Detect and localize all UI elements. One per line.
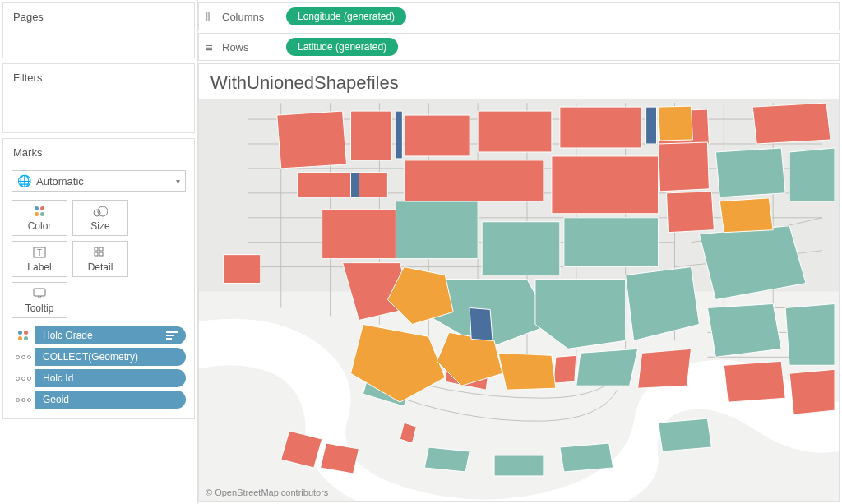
svg-marker-37 xyxy=(298,173,388,197)
label-button[interactable]: T Label xyxy=(12,241,67,277)
svg-marker-14 xyxy=(396,201,478,259)
svg-rect-6 xyxy=(95,252,98,256)
tooltip-icon xyxy=(33,286,46,301)
mark-pill-holc-grade[interactable]: Holc Grade xyxy=(12,326,186,344)
marks-buttons: Color Size T Label Detail Tooltip xyxy=(3,200,194,323)
marks-card: Marks 🌐 Automatic ▾ Color Size T Label D… xyxy=(2,138,195,419)
map-attribution: © OpenStreetMap contributors xyxy=(206,488,328,497)
svg-marker-24 xyxy=(785,303,835,365)
rows-shelf[interactable]: ≡ Rows Latitude (generated) xyxy=(198,33,840,61)
svg-rect-7 xyxy=(99,252,103,256)
tooltip-button[interactable]: Tooltip xyxy=(12,282,67,318)
color-icon xyxy=(12,326,35,344)
svg-marker-23 xyxy=(707,303,781,357)
rows-label: Rows xyxy=(222,41,286,53)
detail-button[interactable]: Detail xyxy=(72,241,128,277)
svg-marker-46 xyxy=(789,369,835,414)
viz-card: WithUnionedShapefiles xyxy=(198,63,840,502)
svg-marker-58 xyxy=(659,106,693,141)
bars-icon xyxy=(166,326,186,344)
svg-marker-33 xyxy=(404,115,470,156)
svg-rect-4 xyxy=(95,247,98,251)
color-icon xyxy=(35,204,45,219)
color-button[interactable]: Color xyxy=(12,200,67,236)
svg-marker-21 xyxy=(715,148,785,197)
svg-marker-45 xyxy=(724,361,785,402)
columns-pill[interactable]: Longitude (generated) xyxy=(286,7,406,25)
svg-marker-32 xyxy=(351,111,392,160)
svg-rect-5 xyxy=(99,247,103,251)
svg-marker-57 xyxy=(498,353,556,390)
svg-marker-47 xyxy=(322,210,396,259)
svg-marker-43 xyxy=(321,443,359,474)
filters-card: Filters xyxy=(2,63,195,133)
columns-shelf[interactable]: ⦀ Columns Longitude (generated) xyxy=(198,2,840,30)
svg-marker-38 xyxy=(404,160,544,201)
rows-pill[interactable]: Latitude (generated) xyxy=(286,38,398,56)
svg-marker-49 xyxy=(553,355,576,383)
svg-marker-39 xyxy=(552,156,659,214)
svg-marker-15 xyxy=(482,222,560,275)
svg-point-1 xyxy=(98,206,108,216)
marks-label: Marks xyxy=(3,139,194,165)
mark-pill-label: COLLECT(Geometry) xyxy=(35,348,186,366)
mark-pill-collect-geometry[interactable]: COLLECT(Geometry) xyxy=(12,348,186,366)
map-svg xyxy=(199,99,839,501)
svg-marker-34 xyxy=(478,111,552,152)
label-icon: T xyxy=(33,245,46,260)
detail-icon xyxy=(12,348,35,366)
svg-marker-22 xyxy=(789,148,835,201)
filters-label: Filters xyxy=(3,64,194,90)
map-area[interactable]: © OpenStreetMap contributors xyxy=(199,99,839,501)
svg-marker-63 xyxy=(351,173,359,197)
globe-icon: 🌐 xyxy=(17,174,31,187)
detail-icon xyxy=(12,391,35,409)
label-button-label: Label xyxy=(27,261,51,273)
columns-icon: ⦀ xyxy=(206,9,222,24)
svg-marker-53 xyxy=(752,103,830,144)
mark-pill-holc-id[interactable]: Holc Id xyxy=(12,369,186,387)
mark-pill-label: Geoid xyxy=(35,391,186,409)
size-icon xyxy=(93,204,108,219)
svg-marker-62 xyxy=(646,107,657,144)
svg-marker-31 xyxy=(277,111,347,169)
size-button-label: Size xyxy=(90,220,109,232)
pages-label: Pages xyxy=(3,3,194,30)
svg-marker-28 xyxy=(659,418,712,451)
svg-marker-30 xyxy=(576,349,638,386)
svg-marker-35 xyxy=(560,107,642,148)
svg-marker-25 xyxy=(424,447,470,472)
svg-marker-51 xyxy=(638,349,692,388)
pages-card: Pages xyxy=(2,2,195,58)
color-button-label: Color xyxy=(28,220,52,232)
svg-rect-9 xyxy=(166,331,178,333)
svg-marker-41 xyxy=(224,255,261,284)
tooltip-button-label: Tooltip xyxy=(25,303,54,314)
svg-rect-8 xyxy=(34,289,45,296)
svg-marker-26 xyxy=(494,455,544,476)
mark-pill-geoid[interactable]: Geoid xyxy=(12,391,186,409)
svg-marker-61 xyxy=(470,307,493,340)
svg-marker-40 xyxy=(667,192,715,233)
svg-marker-16 xyxy=(564,218,659,267)
mark-pill-label: Holc Id xyxy=(35,369,186,387)
mark-pill-label: Holc Grade xyxy=(35,326,166,344)
svg-rect-11 xyxy=(166,338,172,340)
svg-marker-27 xyxy=(560,443,613,472)
columns-label: Columns xyxy=(222,11,286,23)
marks-type-dropdown[interactable]: 🌐 Automatic ▾ xyxy=(12,170,186,192)
svg-marker-59 xyxy=(719,198,773,233)
detail-button-label: Detail xyxy=(88,261,113,273)
svg-text:T: T xyxy=(37,248,42,257)
svg-rect-10 xyxy=(166,335,174,336)
viz-title[interactable]: WithUnionedShapefiles xyxy=(199,64,839,99)
marks-type-value: Automatic xyxy=(36,175,84,187)
svg-marker-60 xyxy=(396,111,402,159)
detail-icon xyxy=(12,369,35,387)
rows-icon: ≡ xyxy=(206,40,222,54)
detail-icon xyxy=(94,245,107,260)
mark-pills: Holc Grade COLLECT(Geometry) Holc Id Geo… xyxy=(3,323,194,409)
size-button[interactable]: Size xyxy=(72,200,128,236)
chevron-down-icon: ▾ xyxy=(176,177,180,186)
svg-marker-52 xyxy=(659,142,710,192)
